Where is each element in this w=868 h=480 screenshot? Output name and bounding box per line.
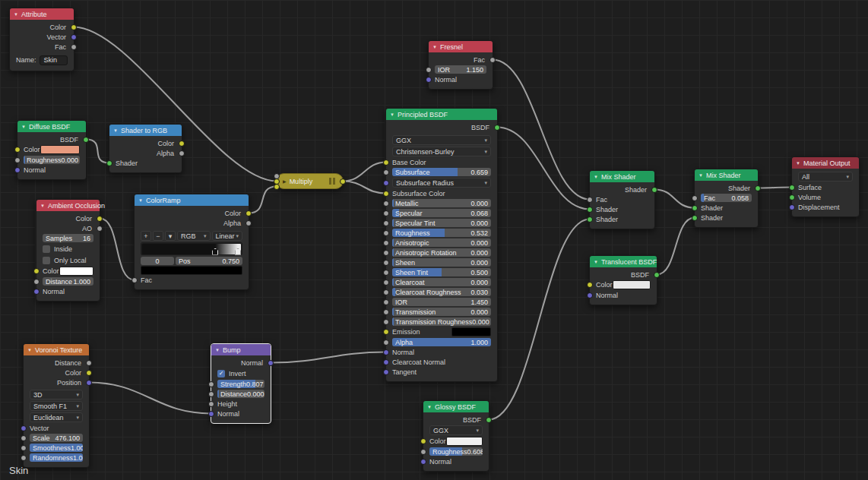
color-swatch[interactable]	[613, 280, 651, 289]
inside-checkbox[interactable]	[43, 245, 50, 253]
normal-socket[interactable]	[383, 349, 389, 355]
normal-socket[interactable]	[33, 289, 40, 295]
node-translucent[interactable]: ▼Translucent BSDFBSDFColorNormal	[589, 255, 657, 305]
stop-position-field[interactable]: Pos0.750	[176, 257, 242, 265]
bsdf-socket[interactable]	[83, 137, 89, 143]
interpolation-dropdown[interactable]: Linear▾	[212, 231, 242, 241]
value-slider[interactable]: Sheen0.000	[392, 258, 491, 267]
position-socket[interactable]	[86, 380, 92, 386]
dropdown[interactable]: Smooth F1▾	[30, 401, 83, 411]
value-field[interactable]: IOR1.150	[435, 65, 486, 74]
node-glossy[interactable]: ▼Glossy BSDFBSDFGGX▾ColorRoughness0.608N…	[423, 400, 489, 472]
color-socket[interactable]	[340, 178, 346, 185]
value-slider[interactable]: Roughness0.608	[429, 447, 483, 456]
dropdown[interactable]: GGX▾	[429, 425, 483, 435]
value-slider[interactable]: Roughness0.000	[24, 156, 80, 164]
node-mix-shader-2[interactable]: ▼Mix ShaderShaderFac0.058ShaderShader	[694, 169, 759, 228]
ao-socket[interactable]	[97, 226, 103, 232]
value-slider[interactable]: Fac0.058	[701, 194, 752, 202]
fac-socket[interactable]	[587, 197, 593, 203]
shader-socket[interactable]	[692, 205, 698, 211]
shader-socket[interactable]	[755, 185, 761, 191]
value-slider[interactable]: Anisotropic0.000	[392, 238, 491, 247]
sheen-socket[interactable]	[383, 260, 389, 266]
value-slider[interactable]: Anisotropic Rotation0.000	[392, 248, 491, 257]
color-swatch[interactable]	[451, 327, 491, 336]
height-socket[interactable]	[208, 401, 214, 407]
vector-socket[interactable]	[21, 425, 27, 431]
collapse-arrow-icon[interactable]: ▼	[594, 260, 598, 264]
ior-socket[interactable]	[383, 299, 389, 305]
bsdf-socket[interactable]	[486, 417, 492, 423]
shader-socket[interactable]	[692, 215, 698, 221]
value-field[interactable]: Samples16	[43, 234, 93, 242]
node-bump[interactable]: ▼BumpNormal✓InvertStrength0.807Distance0…	[211, 343, 271, 424]
node-header[interactable]: ▼Ambient Occlusion	[36, 200, 100, 211]
tangent-socket[interactable]	[383, 369, 389, 375]
collapse-arrow-icon[interactable]: ▶	[283, 178, 287, 184]
surface-socket[interactable]	[789, 185, 795, 191]
color-socket[interactable]	[33, 268, 40, 274]
colorramp-gradient[interactable]	[141, 243, 242, 255]
specular-tint-socket[interactable]	[383, 220, 389, 226]
transmission-socket[interactable]	[383, 309, 389, 315]
color-socket[interactable]	[14, 147, 21, 153]
collapse-arrow-icon[interactable]: ▼	[27, 348, 32, 352]
node-header[interactable]: ▼Bump	[211, 344, 271, 355]
roughness-socket[interactable]	[383, 230, 389, 236]
node-header[interactable]: ▼Diffuse BSDF	[17, 121, 86, 132]
node-header[interactable]: ▼Principled BSDF	[386, 109, 497, 120]
value-slider[interactable]: Distance0.000	[217, 390, 265, 398]
value-slider[interactable]: Sheen Tint0.500	[392, 268, 491, 276]
dropdown[interactable]: 3D▾	[30, 390, 83, 399]
value-slider[interactable]: Specular0.068	[392, 209, 491, 217]
value-field[interactable]: Distance1.000	[43, 277, 93, 286]
alpha-socket[interactable]	[179, 150, 185, 156]
value-slider[interactable]: Clearcoat0.000	[392, 278, 491, 286]
fac-socket[interactable]	[489, 57, 496, 63]
node-diffuse-bsdf[interactable]: ▼Diffuse BSDFBSDFColorRoughness0.000Norm…	[17, 120, 87, 180]
only-local-checkbox[interactable]	[43, 257, 50, 264]
distance-socket[interactable]	[33, 279, 40, 285]
displacement-socket[interactable]	[789, 204, 795, 210]
remove-stop-button[interactable]: −	[153, 231, 163, 241]
value-socket[interactable]	[383, 180, 389, 186]
value-slider[interactable]: Roughness0.532	[392, 229, 491, 237]
value-slider[interactable]: Alpha1.000	[392, 338, 491, 346]
roughness-socket[interactable]	[14, 157, 21, 163]
node-ambient-occlusion[interactable]: ▼Ambient OcclusionColorAOSamples16Inside…	[36, 199, 100, 302]
node-fresnel[interactable]: ▼FresnelFacIOR1.150Normal	[428, 40, 493, 90]
transmission-roughness-socket[interactable]	[383, 319, 389, 325]
stop-index-field[interactable]: 0	[141, 257, 174, 265]
scale-socket[interactable]	[21, 435, 27, 441]
node-header[interactable]: ▼Attribute	[10, 8, 74, 20]
normal-socket[interactable]	[420, 459, 426, 465]
color2-socket[interactable]	[274, 184, 280, 190]
subsurface-socket[interactable]	[383, 169, 389, 175]
subsurface-color-socket[interactable]	[383, 191, 389, 197]
node-header[interactable]: ▼ColorRamp	[135, 194, 249, 206]
fac-socket[interactable]	[131, 277, 138, 283]
color-socket[interactable]	[246, 210, 252, 216]
collapse-arrow-icon[interactable]: ▼	[390, 112, 394, 117]
node-shader-to-rgb[interactable]: ▼Shader to RGBColorAlphaShader	[109, 124, 182, 173]
volume-socket[interactable]	[789, 194, 795, 201]
value-slider[interactable]: Metallic0.000	[392, 199, 491, 207]
collapse-arrow-icon[interactable]: ▼	[21, 125, 26, 129]
collapse-arrow-icon[interactable]: ▼	[14, 12, 18, 17]
smoothness-socket[interactable]	[21, 445, 27, 451]
shader-socket[interactable]	[587, 216, 593, 223]
value-slider[interactable]: Clearcoat Roughness0.030	[392, 288, 491, 296]
value-slider[interactable]: Transmission0.000	[392, 308, 491, 316]
collapse-arrow-icon[interactable]: ▼	[427, 405, 432, 409]
value-field[interactable]: IOR1.450	[392, 298, 491, 306]
dropdown[interactable]: Subsurface Radius▾	[392, 178, 491, 188]
clearcoat-socket[interactable]	[383, 279, 389, 286]
node-voronoi[interactable]: ▼Voronoi TextureDistanceColorPosition3D▾…	[23, 343, 90, 468]
value-slider[interactable]: Smoothness1.000	[30, 444, 83, 452]
base-color-socket[interactable]	[383, 159, 389, 166]
node-header[interactable]: ▼Shader to RGB	[109, 125, 182, 136]
color-swatch[interactable]	[59, 267, 93, 276]
ramp-stop-marker[interactable]	[212, 248, 218, 255]
distance-socket[interactable]	[86, 360, 92, 366]
